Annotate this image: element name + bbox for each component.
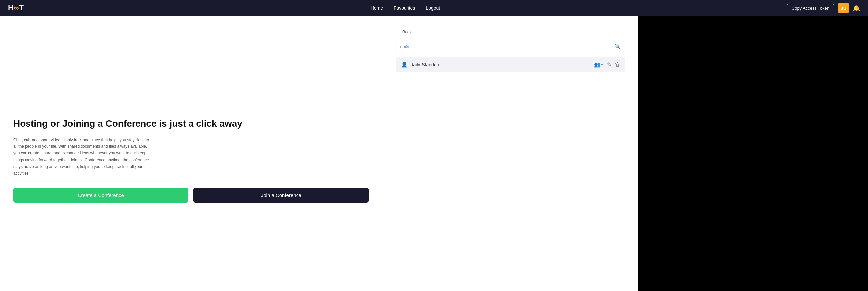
add-user-icon[interactable]: 👥+ (594, 61, 603, 68)
edit-icon[interactable]: ✎ (607, 61, 611, 68)
conference-actions: 👥+ ✎ 🗑 (594, 61, 620, 68)
nav-logout[interactable]: Logout (426, 5, 440, 10)
logo: H∞T (8, 4, 24, 12)
logo-text: H∞T (8, 4, 24, 12)
left-panel: Hosting or Joining a Conference is just … (0, 16, 382, 291)
bell-icon[interactable]: 🔔 (853, 4, 860, 11)
conference-name: daily-Standup (411, 62, 439, 67)
navbar: H∞T Home Favourites Logout Copy Access T… (0, 0, 868, 16)
search-icon: 🔍 (614, 43, 621, 50)
logo-o: ∞ (13, 4, 19, 12)
delete-icon[interactable]: 🗑 (615, 62, 620, 68)
nav-links: Home Favourites Logout (371, 5, 440, 10)
search-input[interactable] (400, 44, 614, 49)
nav-home[interactable]: Home (371, 5, 383, 10)
dark-right-area (639, 16, 868, 291)
hero-title: Hosting or Joining a Conference is just … (13, 118, 369, 129)
action-buttons: Create a Conference Join a Conference (13, 187, 369, 203)
nav-favourites[interactable]: Favourites (394, 5, 415, 10)
back-label: Back (402, 29, 412, 34)
conference-item-left: 👤 daily-Standup (401, 61, 439, 68)
copy-access-token-button[interactable]: Copy Access Token (787, 4, 834, 12)
back-arrow-icon: ← (396, 29, 400, 34)
main-container: Hosting or Joining a Conference is just … (0, 16, 868, 291)
conference-user-icon: 👤 (401, 61, 407, 68)
navbar-right: Copy Access Token BU 🔔 (787, 3, 860, 13)
back-link[interactable]: ← Back (396, 29, 625, 34)
create-conference-button[interactable]: Create a Conference (13, 187, 188, 203)
hero-description: Chat, call, and share video simply from … (13, 137, 152, 177)
avatar-button[interactable]: BU (838, 3, 849, 13)
search-bar: 🔍 (396, 41, 625, 52)
right-panel: ← Back 🔍 👤 daily-Standup 👥+ ✎ 🗑 (382, 16, 639, 291)
conference-item: 👤 daily-Standup 👥+ ✎ 🗑 (396, 57, 625, 71)
join-conference-button[interactable]: Join a Conference (193, 187, 368, 203)
